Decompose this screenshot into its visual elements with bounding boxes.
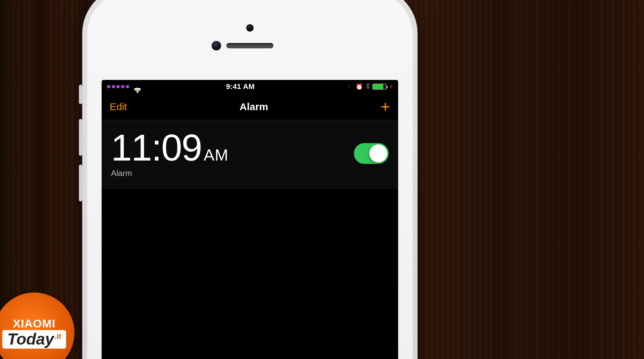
status-bar-right: ☾ ⏰ ⚡︎ bbox=[347, 83, 393, 91]
navigation-bar: Edit Alarm + bbox=[102, 93, 398, 120]
alarm-time: 11:09 AM bbox=[111, 129, 228, 167]
volume-up-button[interactable] bbox=[79, 119, 82, 156]
mute-switch[interactable] bbox=[79, 85, 82, 104]
battery-icon bbox=[372, 84, 386, 90]
watermark-line2: Today.it bbox=[2, 330, 66, 348]
toggle-knob bbox=[369, 144, 387, 163]
alarm-label: Alarm bbox=[111, 169, 228, 178]
status-bar-left bbox=[107, 85, 133, 88]
phone-screen: 9:41 AM ☾ ⏰ ⚡︎ Edit Alarm + bbox=[102, 80, 398, 359]
earpiece-speaker bbox=[226, 43, 273, 48]
alarm-ampm: AM bbox=[204, 147, 228, 163]
alarm-set-icon: ⏰ bbox=[356, 83, 363, 90]
front-camera bbox=[212, 41, 221, 50]
page-title: Alarm bbox=[239, 101, 268, 113]
cellular-signal-icon bbox=[107, 85, 129, 88]
volume-down-button[interactable] bbox=[79, 165, 82, 201]
status-bar: 9:41 AM ☾ ⏰ ⚡︎ bbox=[102, 80, 398, 93]
iphone-bezel: 9:41 AM ☾ ⏰ ⚡︎ Edit Alarm + bbox=[87, 0, 413, 359]
alarm-list-empty-area bbox=[102, 188, 398, 359]
edit-button[interactable]: Edit bbox=[110, 101, 127, 113]
alarm-row[interactable]: 11:09 AM Alarm bbox=[102, 120, 398, 188]
bluetooth-icon bbox=[366, 83, 370, 91]
add-alarm-button[interactable]: + bbox=[381, 103, 390, 111]
iphone-device-frame: 9:41 AM ☾ ⏰ ⚡︎ Edit Alarm + bbox=[82, 0, 418, 359]
wood-desk-background-right bbox=[508, 0, 644, 359]
alarm-info: 11:09 AM Alarm bbox=[111, 129, 228, 178]
do-not-disturb-icon: ☾ bbox=[347, 83, 353, 90]
alarm-toggle[interactable] bbox=[354, 143, 389, 164]
proximity-sensor bbox=[246, 24, 254, 32]
charging-icon: ⚡︎ bbox=[389, 84, 393, 90]
alarm-time-value: 11:09 bbox=[111, 129, 202, 167]
watermark-line1: XIAOMI bbox=[13, 317, 56, 330]
status-bar-time: 9:41 AM bbox=[226, 82, 255, 91]
